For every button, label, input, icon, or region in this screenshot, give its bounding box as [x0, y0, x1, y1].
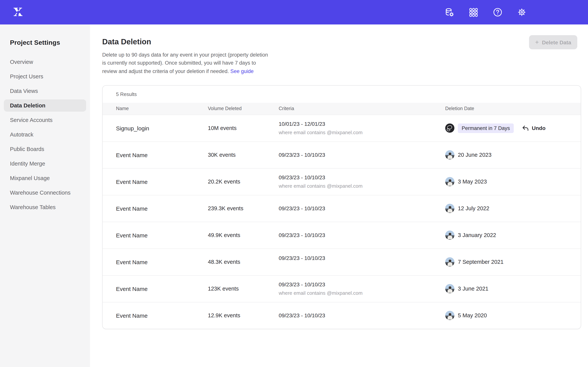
criteria-cell: 10/01/23 - 12/01/23 where email contains…	[279, 121, 445, 135]
event-name-cell: Event Name	[116, 232, 208, 239]
deletion-date-cell: 3 June 2021	[445, 284, 569, 293]
table-row: Event Name 123K events 09/23/23 - 10/10/…	[103, 275, 581, 302]
sidebar-item-label: Data Deletion	[10, 102, 45, 108]
deletion-date-text: 7 September 2021	[458, 259, 504, 265]
page-description: Delete up to 90 days data for any event …	[102, 51, 271, 75]
deletion-date-text: 5 May 2020	[458, 313, 487, 319]
settings-sidebar: Project Settings OverviewProject UsersDa…	[0, 25, 90, 367]
volume-deleted-cell: 10M events	[208, 125, 279, 131]
deletion-date-cell: 20 June 2023	[445, 150, 569, 160]
top-navigation-bar: X	[0, 0, 588, 25]
event-name-cell: Event Name	[116, 286, 208, 292]
criteria-date-range: 09/23/23 - 10/10/23	[279, 152, 445, 158]
sidebar-item-label: Warehouse Tables	[10, 204, 56, 210]
criteria-cell: 09/23/23 - 10/10/23	[279, 232, 445, 238]
sidebar-item-overview[interactable]: Overview	[4, 56, 86, 68]
user-avatar	[445, 311, 454, 320]
sidebar-item-label: Overview	[10, 59, 33, 65]
sidebar-item-data-views[interactable]: Data Views	[4, 85, 86, 97]
criteria-where-clause: where email contains @mixpanel.com	[279, 130, 445, 135]
user-avatar	[445, 124, 454, 133]
user-avatar	[445, 177, 454, 186]
criteria-date-range: 09/23/23 - 10/10/23	[279, 255, 445, 261]
volume-deleted-cell: 30K events	[208, 152, 279, 158]
table-row: Event Name 239.3K events 09/23/23 - 10/1…	[103, 195, 581, 222]
undo-button[interactable]: Undo	[522, 125, 545, 131]
criteria-cell: 09/23/23 - 10/10/23	[279, 313, 445, 319]
criteria-where-clause: where email contains @mixpanel.com	[279, 183, 445, 189]
data-gear-icon[interactable]	[444, 7, 454, 17]
deletion-date-cell: 12 July 2022	[445, 204, 569, 213]
sidebar-item-mixpanel-usage[interactable]: Mixpanel Usage	[4, 172, 86, 184]
volume-deleted-cell: 123K events	[208, 286, 279, 292]
sidebar-item-warehouse-connections[interactable]: Warehouse Connections	[4, 187, 86, 199]
delete-data-button[interactable]: + Delete Data	[529, 35, 577, 49]
criteria-cell: 09/23/23 - 10/10/23 where email contains…	[279, 282, 445, 296]
deletion-date-text: 12 July 2022	[458, 206, 489, 212]
page-title: Data Deletion	[102, 37, 581, 46]
settings-gear-icon[interactable]	[517, 7, 527, 17]
sidebar-item-label: Public Boards	[10, 146, 44, 152]
user-avatar	[445, 258, 454, 267]
sidebar-item-label: Project Users	[10, 73, 43, 80]
main-content: Data Deletion Delete up to 90 days data …	[90, 25, 588, 367]
criteria-where-clause: where email contains @mixpanel.com	[279, 290, 445, 296]
event-name-cell: Event Name	[116, 152, 208, 158]
deletion-date-text: 20 June 2023	[458, 152, 492, 158]
table-body: Signup_login 10M events 10/01/23 - 12/01…	[103, 115, 581, 329]
column-header-deletion-date: Deletion Date	[445, 106, 569, 111]
sidebar-item-label: Autotrack	[10, 132, 34, 138]
column-header-name: Name	[116, 106, 208, 111]
event-name-cell: Event Name	[116, 179, 208, 185]
deletion-date-text: 3 May 2023	[458, 179, 487, 185]
sidebar-item-autotrack[interactable]: Autotrack	[4, 128, 86, 141]
table-row: Event Name 20.2K events 09/23/23 - 10/10…	[103, 168, 581, 195]
deletion-date-cell: 7 September 2021	[445, 258, 569, 267]
criteria-date-range: 09/23/23 - 10/10/23	[279, 232, 445, 238]
event-name-cell: Event Name	[116, 205, 208, 212]
criteria-cell: 09/23/23 - 10/10/23	[279, 206, 445, 212]
deletion-date-cell: Permanent in 7 Days Undo	[445, 124, 569, 133]
sidebar-item-identity-merge[interactable]: Identity Merge	[4, 158, 86, 170]
sidebar-item-service-accounts[interactable]: Service Accounts	[4, 114, 86, 126]
criteria-date-range: 09/23/23 - 10/10/23	[279, 175, 445, 181]
table-row: Event Name 49.9K events 09/23/23 - 10/10…	[103, 222, 581, 249]
volume-deleted-cell: 20.2K events	[208, 179, 279, 185]
volume-deleted-cell: 12.9K events	[208, 313, 279, 319]
sidebar-items: OverviewProject UsersData ViewsData Dele…	[0, 56, 90, 213]
plus-icon: +	[535, 39, 539, 45]
sidebar-item-label: Identity Merge	[10, 161, 45, 167]
deletion-date-text: 3 January 2022	[458, 232, 496, 238]
sidebar-item-label: Service Accounts	[10, 117, 52, 123]
sidebar-item-label: Warehouse Connections	[10, 190, 71, 196]
user-avatar	[445, 231, 454, 240]
sidebar-item-label: Data Views	[10, 88, 38, 94]
table-header-row: Name Volume Deleted Criteria Deletion Da…	[103, 103, 581, 115]
table-row: Event Name 12.9K events 09/23/23 - 10/10…	[103, 302, 581, 329]
criteria-cell: 09/23/23 - 10/10/23	[279, 152, 445, 158]
column-header-volume: Volume Deleted	[208, 106, 279, 111]
sidebar-title: Project Settings	[0, 39, 90, 47]
mixpanel-logo-icon[interactable]: X	[12, 7, 24, 18]
sidebar-item-project-users[interactable]: Project Users	[4, 70, 86, 83]
deletion-table-card: 5 Results Name Volume Deleted Criteria D…	[102, 85, 581, 329]
help-icon[interactable]	[493, 7, 503, 17]
delete-data-button-label: Delete Data	[542, 39, 571, 45]
column-header-criteria: Criteria	[279, 106, 445, 111]
deletion-date-cell: 5 May 2020	[445, 311, 569, 320]
sidebar-item-label: Mixpanel Usage	[10, 175, 50, 181]
event-name-cell: Event Name	[116, 312, 208, 319]
volume-deleted-cell: 49.9K events	[208, 232, 279, 238]
criteria-cell: 09/23/23 - 10/10/23	[279, 259, 445, 265]
apps-grid-icon[interactable]	[468, 7, 478, 17]
criteria-date-range: 10/01/23 - 12/01/23	[279, 121, 445, 127]
undo-icon	[522, 125, 529, 131]
event-name-cell: Event Name	[116, 259, 208, 265]
sidebar-item-data-deletion[interactable]: Data Deletion	[4, 100, 86, 112]
table-row: Event Name 30K events 09/23/23 - 10/10/2…	[103, 142, 581, 168]
user-avatar	[445, 150, 454, 160]
see-guide-link[interactable]: See guide	[230, 68, 254, 74]
sidebar-item-warehouse-tables[interactable]: Warehouse Tables	[4, 201, 86, 213]
sidebar-item-public-boards[interactable]: Public Boards	[4, 143, 86, 155]
deletion-date-cell: 3 May 2023	[445, 177, 569, 186]
